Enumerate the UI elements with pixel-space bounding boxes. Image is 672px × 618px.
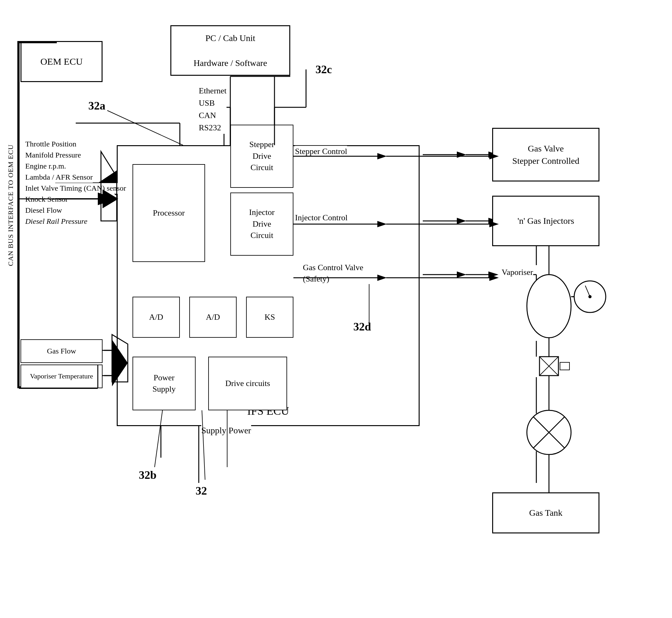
injector-drive-box: Injector Drive Circuit	[230, 193, 294, 255]
power-supply-box: Power Supply	[132, 357, 196, 410]
ref-32-label: 32	[196, 483, 207, 499]
gas-valve-label: Gas Valve Stepper Controlled	[513, 142, 579, 167]
svg-rect-66	[540, 357, 558, 376]
inlet-valve-label: Inlet Valve Timing (CAN) sensor	[25, 183, 126, 194]
ref-32c-label: 32c	[316, 62, 332, 77]
pc-cab-label: PC / Cab Unit Hardware / Software	[193, 32, 267, 69]
ad1-label: A/D	[149, 312, 163, 323]
svg-rect-69	[560, 363, 569, 370]
diesel-rail-label: Diesel Rail Pressure	[25, 216, 87, 227]
oem-ecu-label: OEM ECU	[40, 55, 83, 68]
ethernet-label: Ethernet USB CAN RS232	[199, 85, 227, 134]
svg-line-63	[585, 286, 590, 297]
vaporiser-temp-box: Vaporiser Temperature	[20, 365, 103, 388]
ref-32b-label: 32b	[139, 467, 156, 483]
ks-box: KS	[246, 297, 294, 338]
knock-label: Knock Sensor	[25, 194, 68, 205]
manifold-label: Manifold Pressure	[25, 150, 81, 161]
stepper-drive-label: Stepper Drive Circuit	[249, 139, 274, 173]
gas-flow-box: Gas Flow	[20, 339, 103, 363]
ref-32d-label: 32d	[353, 319, 371, 334]
pc-cab-box: PC / Cab Unit Hardware / Software	[171, 25, 290, 76]
svg-line-67	[540, 357, 558, 376]
svg-marker-47	[457, 218, 466, 224]
power-supply-label: Power Supply	[152, 372, 176, 395]
drive-circuits-box: Drive circuits	[208, 357, 287, 410]
svg-line-72	[533, 417, 565, 448]
svg-point-64	[588, 295, 591, 298]
gas-injectors-label: 'n' Gas Injectors	[518, 215, 574, 227]
svg-line-71	[533, 417, 565, 448]
gas-control-valve-label: Gas Control Valve (Safety)	[303, 262, 363, 285]
supply-power-label: Supply Power	[201, 424, 251, 436]
stepper-control-label: Stepper Control	[295, 146, 347, 157]
gas-injectors-box: 'n' Gas Injectors	[492, 196, 599, 246]
svg-marker-51	[457, 272, 466, 278]
lambda-label: Lambda / AFR Sensor	[25, 172, 93, 183]
injector-drive-label: Injector Drive Circuit	[249, 207, 275, 241]
ad2-box: A/D	[189, 297, 237, 338]
ad2-label: A/D	[206, 312, 220, 323]
can-bus-label: CAN BUS INTERFACE TO OEM ECU	[6, 95, 19, 316]
throttle-label: Throttle Position	[25, 139, 76, 149]
svg-point-61	[527, 275, 571, 338]
ref-32a-label: 32a	[88, 98, 105, 114]
svg-marker-88	[489, 275, 499, 281]
svg-marker-53	[488, 272, 498, 278]
oem-ecu-box: OEM ECU	[20, 41, 103, 82]
gas-valve-box: Gas Valve Stepper Controlled	[492, 128, 599, 182]
svg-point-70	[527, 410, 571, 454]
ad1-box: A/D	[132, 297, 180, 338]
drive-circuits-label: Drive circuits	[225, 378, 270, 389]
ks-label: KS	[264, 312, 275, 323]
svg-marker-43	[457, 151, 466, 158]
svg-line-68	[540, 357, 558, 376]
diesel-flow-label: Diesel Flow	[25, 205, 62, 216]
vaporiser-temp-label: Vaporiser Temperature	[30, 372, 93, 381]
processor-box: Processor	[132, 164, 205, 262]
svg-marker-56	[98, 193, 117, 205]
engine-rpm-label: Engine r.p.m.	[25, 161, 66, 172]
svg-line-93	[107, 110, 183, 145]
injector-control-label: Injector Control	[295, 212, 348, 223]
processor-label: Processor	[153, 207, 185, 219]
svg-point-62	[574, 281, 606, 312]
stepper-drive-box: Stepper Drive Circuit	[230, 125, 294, 188]
gas-tank-box: Gas Tank	[492, 492, 599, 533]
gas-tank-label: Gas Tank	[529, 507, 563, 519]
gas-flow-label: Gas Flow	[47, 346, 76, 357]
vaporiser-label: Vaporiser	[501, 267, 533, 278]
